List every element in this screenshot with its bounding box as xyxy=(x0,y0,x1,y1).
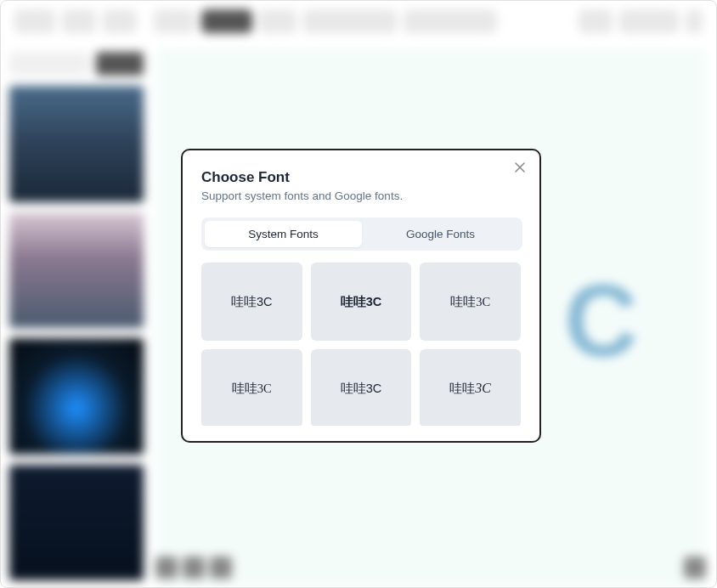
font-sample: 哇哇3C xyxy=(450,294,490,310)
choose-font-modal: Choose Font Support system fonts and Goo… xyxy=(181,149,541,443)
tab-google-fonts[interactable]: Google Fonts xyxy=(362,221,519,247)
search-button[interactable] xyxy=(96,52,144,76)
sidebar xyxy=(1,42,152,587)
close-button[interactable] xyxy=(512,161,528,176)
canvas-footer-controls xyxy=(155,557,232,579)
toolbar-item[interactable] xyxy=(259,9,296,33)
modal-subtitle: Support system fonts and Google fonts. xyxy=(201,189,522,202)
footer-button-right[interactable] xyxy=(684,557,706,579)
search-row xyxy=(9,48,144,76)
toolbar-item[interactable] xyxy=(103,9,137,33)
close-icon xyxy=(515,161,525,175)
canvas-sample-glyph: C xyxy=(564,262,638,379)
toolbar-primary-button[interactable] xyxy=(201,9,252,33)
toolbar-item[interactable] xyxy=(579,9,613,33)
font-sample: 哇哇3C xyxy=(231,294,273,310)
toolbar-item[interactable] xyxy=(154,9,195,33)
footer-button[interactable] xyxy=(183,557,205,579)
toolbar-item[interactable] xyxy=(14,9,55,33)
font-sample: 哇哇3C xyxy=(449,381,491,397)
font-option[interactable]: 哇哇3C xyxy=(311,263,412,341)
footer-button[interactable] xyxy=(210,557,232,579)
font-option[interactable]: 哇哇3C xyxy=(201,263,302,341)
toolbar-item[interactable] xyxy=(619,9,679,33)
toolbar-item[interactable] xyxy=(686,9,703,33)
tab-system-fonts[interactable]: System Fonts xyxy=(205,221,362,247)
font-option[interactable]: 哇哇3C xyxy=(420,263,521,341)
font-option[interactable]: 哇哇3C xyxy=(311,349,412,426)
image-thumbnail[interactable] xyxy=(9,465,144,581)
image-thumbnail[interactable] xyxy=(9,338,144,455)
font-list-scroll[interactable]: 哇哇3C 哇哇3C 哇哇3C 哇哇3C 哇哇3C 哇哇3C 哇哇3C 哇哇3C … xyxy=(201,263,522,426)
font-sample: 哇哇3C xyxy=(232,381,272,397)
footer-button[interactable] xyxy=(155,557,178,579)
search-input[interactable] xyxy=(9,52,89,76)
top-toolbar xyxy=(1,1,716,42)
font-option[interactable]: 哇哇3C xyxy=(420,349,521,426)
toolbar-item[interactable] xyxy=(62,9,96,33)
image-thumbnail[interactable] xyxy=(9,212,144,329)
font-option[interactable]: 哇哇3C xyxy=(201,349,302,426)
font-source-tabs: System Fonts Google Fonts xyxy=(201,218,522,251)
toolbar-item[interactable] xyxy=(404,9,497,33)
font-sample: 哇哇3C xyxy=(341,294,382,310)
image-thumbnail[interactable] xyxy=(9,86,144,202)
modal-title: Choose Font xyxy=(201,169,522,186)
toolbar-item[interactable] xyxy=(303,9,397,33)
font-sample: 哇哇3C xyxy=(341,381,382,397)
font-grid: 哇哇3C 哇哇3C 哇哇3C 哇哇3C 哇哇3C 哇哇3C 哇哇3C 哇哇3C … xyxy=(201,263,521,426)
